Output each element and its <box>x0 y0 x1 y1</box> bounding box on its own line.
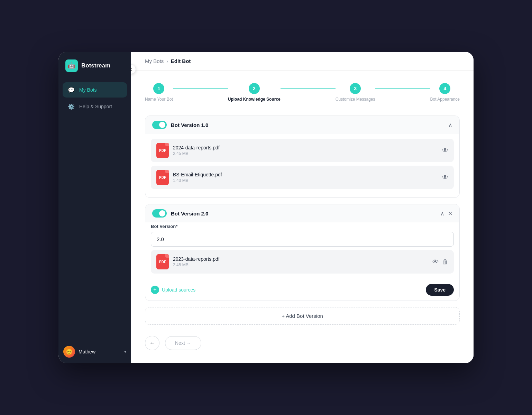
main-content: ‹ My Bots › Edit Bot 1 Name Your Bot 2 U… <box>131 52 474 363</box>
breadcrumb-separator: › <box>166 58 168 64</box>
sidebar-item-my-bots[interactable]: 💬 My Bots <box>63 82 127 98</box>
breadcrumb-parent[interactable]: My Bots <box>145 58 164 64</box>
plus-icon: + <box>151 286 159 294</box>
upload-sources-button[interactable]: + Upload sources <box>151 286 195 294</box>
chevron-up-icon: ∧ <box>448 122 452 128</box>
file-actions: 👁 <box>442 174 448 181</box>
file-left: PDF BS-Email-Etiquette.pdf 1.43 MB <box>156 170 222 185</box>
step-1: 1 Name Your Bot <box>145 83 173 102</box>
file-name: 2023-data-reports.pdf <box>173 256 220 262</box>
step-3-label: Customize Messages <box>336 97 375 102</box>
eye-icon-2[interactable]: 👁 <box>432 258 439 266</box>
chevron-left-icon: ‹ <box>131 66 132 72</box>
add-bot-version-button[interactable]: + Add Bot Version <box>145 307 460 325</box>
bot-version-1-card: Bot Version 1.0 ∧ PDF 2024-data-reports.… <box>145 116 460 198</box>
version-1-collapse-icon[interactable]: ∧ <box>448 122 452 128</box>
file-actions: 👁 <box>442 147 448 154</box>
avatar: 😊 <box>63 346 75 358</box>
version-input-section: Bot Version* <box>145 222 459 250</box>
step-1-circle: 1 <box>153 83 164 94</box>
file-size: 1.43 MB <box>173 178 222 183</box>
file-name: 2024-data-reports.pdf <box>173 145 220 150</box>
file-info: BS-Email-Etiquette.pdf 1.43 MB <box>173 172 222 183</box>
close-icon[interactable]: ✕ <box>448 210 452 217</box>
bot-version-2-header[interactable]: Bot Version 2.0 ∧ ✕ <box>145 204 459 222</box>
bot-version-1-header[interactable]: Bot Version 1.0 ∧ <box>145 116 459 134</box>
upload-sources-label: Upload sources <box>162 287 195 293</box>
version-2-header-icons: ∧ ✕ <box>440 210 452 217</box>
upload-save-row: + Upload sources Save <box>145 282 459 301</box>
back-button[interactable]: ← <box>145 336 159 350</box>
sidebar-nav: 💬 My Bots ⚙️ Help & Support <box>58 80 131 340</box>
step-4-label: Bot Appearance <box>430 97 460 102</box>
step-4: 4 Bot Appearance <box>430 83 460 102</box>
version-2-header-left: Bot Version 2.0 <box>152 209 208 218</box>
next-button[interactable]: Next → <box>165 336 201 350</box>
page-content: 1 Name Your Bot 2 Upload Knowledge Sourc… <box>131 71 474 363</box>
step-line-2-3 <box>281 88 336 89</box>
my-bots-label: My Bots <box>79 87 97 93</box>
file-size: 2.45 MB <box>173 262 220 267</box>
chevron-down-icon[interactable]: ▾ <box>124 349 126 354</box>
file-left: PDF 2024-data-reports.pdf 2.45 MB <box>156 143 220 158</box>
step-1-label: Name Your Bot <box>145 97 173 102</box>
stepper: 1 Name Your Bot 2 Upload Knowledge Sourc… <box>145 83 460 102</box>
version-1-header-left: Bot Version 1.0 <box>152 121 208 129</box>
file-size: 2.45 MB <box>173 151 220 156</box>
sidebar-item-help-support[interactable]: ⚙️ Help & Support <box>63 99 127 114</box>
version-2-title: Bot Version 2.0 <box>171 211 208 216</box>
step-line-1-2 <box>173 88 228 89</box>
file-left: PDF 2023-data-reports.pdf 2.45 MB <box>156 254 220 269</box>
pdf-icon: PDF <box>156 254 169 269</box>
step-3-circle: 3 <box>350 83 361 94</box>
step-line-3-4 <box>375 88 430 89</box>
eye-icon[interactable]: 👁 <box>442 147 448 154</box>
pdf-icon: PDF <box>156 143 169 158</box>
bot-version-2-card: Bot Version 2.0 ∧ ✕ Bot Version* PDF <box>145 204 460 301</box>
file-item: PDF 2023-data-reports.pdf 2.45 MB 👁 🗑 <box>151 250 454 274</box>
version-1-title: Bot Version 1.0 <box>171 122 208 128</box>
chevron-up-icon-2[interactable]: ∧ <box>440 210 444 217</box>
step-4-circle: 4 <box>439 83 450 94</box>
pdf-icon: PDF <box>156 170 169 185</box>
arrow-left-icon: ← <box>149 340 155 346</box>
help-label: Help & Support <box>79 104 112 109</box>
help-icon: ⚙️ <box>67 103 75 110</box>
app-name: Botstream <box>81 62 110 69</box>
user-name: Mathew <box>79 349 121 354</box>
app-logo: 🤖 Botstream <box>58 52 131 80</box>
version-1-toggle[interactable] <box>152 121 167 129</box>
file-info: 2023-data-reports.pdf 2.45 MB <box>173 256 220 267</box>
my-bots-icon: 💬 <box>67 86 75 94</box>
step-2-circle: 2 <box>249 83 260 94</box>
version-2-toggle[interactable] <box>152 209 167 218</box>
file-item: PDF 2024-data-reports.pdf 2.45 MB 👁 <box>151 139 454 162</box>
file-item: PDF BS-Email-Etiquette.pdf 1.43 MB 👁 <box>151 166 454 189</box>
sidebar-footer: 😊 Mathew ▾ <box>58 340 131 363</box>
file-info: 2024-data-reports.pdf 2.45 MB <box>173 145 220 156</box>
sidebar: 🤖 Botstream 💬 My Bots ⚙️ Help & Support … <box>58 52 131 363</box>
navigation-buttons: ← Next → <box>145 336 460 350</box>
breadcrumb-current: Edit Bot <box>171 58 191 64</box>
version-1-body: PDF 2024-data-reports.pdf 2.45 MB 👁 <box>145 134 459 197</box>
version-input-label: Bot Version* <box>151 224 454 229</box>
step-2: 2 Upload Knowledge Source <box>228 83 281 102</box>
topbar: My Bots › Edit Bot <box>131 52 474 71</box>
version-input-field[interactable] <box>151 232 454 247</box>
file-name: BS-Email-Etiquette.pdf <box>173 172 222 177</box>
step-3: 3 Customize Messages <box>336 83 375 102</box>
file-actions: 👁 🗑 <box>432 258 448 266</box>
save-button[interactable]: Save <box>426 284 454 296</box>
version-2-body: PDF 2023-data-reports.pdf 2.45 MB 👁 🗑 <box>145 250 459 282</box>
trash-icon[interactable]: 🗑 <box>442 258 448 266</box>
logo-icon: 🤖 <box>65 59 78 72</box>
step-2-label: Upload Knowledge Source <box>228 97 281 102</box>
eye-icon[interactable]: 👁 <box>442 174 448 181</box>
